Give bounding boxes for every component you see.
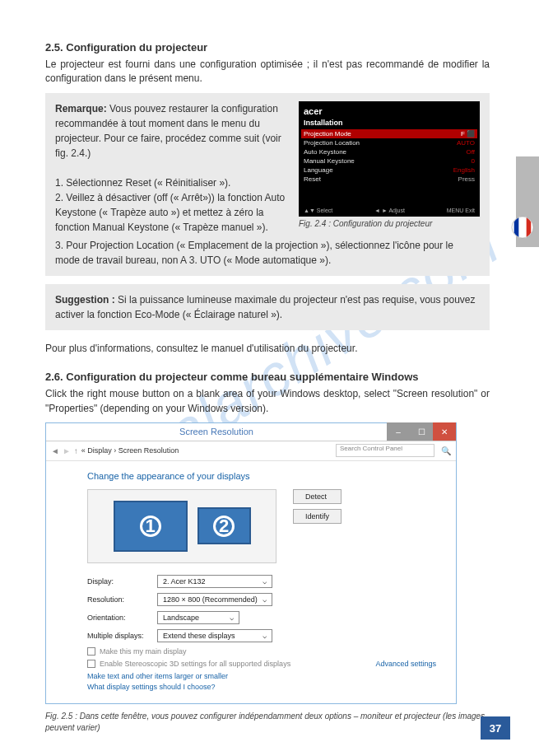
forward-icon[interactable]: ► — [63, 446, 71, 455]
stereo-3d-label: Enable Stereoscopic 3D settings for all … — [100, 660, 290, 668]
resolution-value: 1280 × 800 (Recommended) — [163, 595, 258, 604]
display-settings-help-link[interactable]: What display settings should I choose? — [87, 683, 436, 691]
monitor-2[interactable]: 2 — [197, 507, 251, 544]
osd-label: Language — [304, 166, 333, 174]
monitor-1-label: 1 — [140, 516, 161, 537]
monitor-2-label: 2 — [213, 516, 235, 537]
heading-2-5: 2.5. Configuration du projecteur — [45, 41, 490, 54]
remarque-step2: 2. Veillez à désactiver (off (« Arrêt»))… — [55, 192, 285, 233]
acer-logo: acer — [304, 106, 475, 116]
page-content: 2.5. Configuration du projecteur Le proj… — [0, 0, 539, 756]
heading-2-6: 2.6. Configuration du projecteur comme b… — [45, 371, 490, 383]
osd-label: Projection Mode — [304, 130, 351, 138]
monitor-preview-area[interactable]: 1 2 — [87, 489, 276, 563]
remarque-text: Remarque: Vous pouvez restaurer la confi… — [55, 101, 290, 235]
multi-display-select[interactable]: Extend these displays⌵ — [157, 629, 272, 642]
search-input[interactable]: Search Control Panel — [336, 444, 434, 457]
orientation-value: Landscape — [163, 614, 199, 622]
remarque-step3: 3. Pour Projection Location (« Emplaceme… — [55, 238, 480, 268]
osd-foot-select: ▲▼ Select — [304, 208, 332, 213]
multi-display-label: Multiple displays: — [87, 632, 157, 640]
window-title: Screen Resolution — [46, 427, 387, 436]
text-size-link[interactable]: Make text and other items larger or smal… — [87, 672, 436, 680]
search-icon[interactable]: 🔍 — [441, 446, 451, 455]
osd-row: LanguageEnglish — [304, 166, 475, 175]
osd-value: English — [453, 166, 475, 174]
orientation-select[interactable]: Landscape⌵ — [157, 611, 239, 624]
fig-2-5-caption: Fig. 2.5 : Dans cette fenêtre, vous pouv… — [45, 711, 490, 734]
main-display-checkbox[interactable] — [87, 647, 95, 656]
suggestion-label: Suggestion : — [55, 294, 115, 306]
monitor-1[interactable]: 1 — [114, 501, 188, 552]
osd-title: Installation — [304, 119, 475, 127]
display-select[interactable]: 2. Acer K132⌵ — [157, 575, 272, 588]
remarque-label: Remarque: — [55, 103, 107, 114]
breadcrumb[interactable]: « Display › Screen Resolution — [81, 446, 179, 455]
more-info-text: Pour plus d'informations, consultez le m… — [45, 342, 490, 356]
multi-display-value: Extend these displays — [163, 632, 235, 640]
main-display-label: Make this my main display — [100, 647, 187, 656]
projector-osd-screenshot: acer Installation Projection ModeF ⬛ Pro… — [299, 101, 480, 217]
identify-button[interactable]: Identify — [293, 509, 342, 524]
resolution-select[interactable]: 1280 × 800 (Recommended)⌵ — [157, 593, 272, 606]
fig-2-4-caption: Fig. 2.4 : Configuration du projecteur — [299, 219, 480, 228]
chevron-down-icon: ⌵ — [263, 577, 267, 586]
osd-value: 0 — [472, 157, 475, 165]
display-value: 2. Acer K132 — [163, 577, 206, 586]
page-number: 37 — [481, 716, 510, 740]
windows-screen-resolution-dialog: Screen Resolution – ☐ ✕ ◄ ► ↑ « Display … — [45, 422, 457, 704]
minimize-button[interactable]: – — [387, 422, 410, 441]
advanced-settings-link[interactable]: Advanced settings — [375, 660, 436, 668]
suggestion-box: Suggestion : Si la puissance lumineuse m… — [45, 284, 490, 330]
osd-value: AUTO — [457, 139, 475, 147]
window-titlebar: Screen Resolution – ☐ ✕ — [46, 423, 456, 441]
detect-button[interactable]: Detect — [293, 489, 342, 504]
stereo-3d-checkbox[interactable] — [87, 660, 95, 668]
close-button[interactable]: ✕ — [433, 422, 456, 441]
osd-label: Reset — [304, 175, 321, 183]
intro-2-5: Le projecteur est fourni dans une config… — [45, 58, 490, 86]
osd-row: Auto KeystoneOff — [304, 147, 475, 156]
window-nav-bar: ◄ ► ↑ « Display › Screen Resolution Sear… — [46, 441, 456, 461]
orientation-label: Orientation: — [87, 614, 157, 622]
osd-row-projection-mode: Projection ModeF ⬛ — [301, 129, 477, 138]
osd-label: Manual Keystone — [304, 157, 355, 165]
chevron-down-icon: ⌵ — [263, 632, 267, 640]
intro-2-6: Click the right mouse button on a blank … — [45, 387, 490, 416]
osd-row: ResetPress — [304, 175, 475, 184]
chevron-down-icon: ⌵ — [263, 595, 267, 604]
maximize-button[interactable]: ☐ — [410, 422, 433, 441]
up-icon[interactable]: ↑ — [74, 446, 78, 455]
window-instruction: Change the appearance of your displays — [87, 471, 436, 481]
osd-foot-exit: MENU Exit — [447, 208, 475, 213]
osd-label: Projection Location — [304, 139, 360, 147]
osd-value: Off — [466, 148, 475, 156]
chevron-down-icon: ⌵ — [230, 614, 234, 622]
resolution-label: Resolution: — [87, 595, 157, 604]
remarque-step1: 1. Sélectionnez Reset (« Réinitialiser »… — [55, 177, 230, 189]
osd-label: Auto Keystone — [304, 148, 346, 156]
osd-row: Manual Keystone0 — [304, 156, 475, 166]
display-label: Display: — [87, 577, 157, 586]
back-icon[interactable]: ◄ — [51, 446, 59, 455]
remarque-box: Remarque: Vous pouvez restaurer la confi… — [45, 93, 490, 276]
osd-value: Press — [458, 175, 475, 183]
osd-foot-adjust: ◄ ► Adjust — [374, 208, 405, 213]
suggestion-text: Si la puissance lumineuse maximale du pr… — [55, 294, 476, 320]
osd-row: Projection LocationAUTO — [304, 138, 475, 147]
